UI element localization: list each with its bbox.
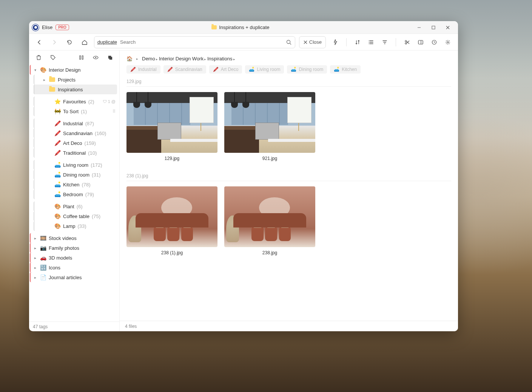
filter-tag-living-room[interactable]: 🛋️Living room <box>245 65 284 74</box>
list-view-button[interactable] <box>365 37 377 48</box>
filter-tag-industrial[interactable]: 🖍️Industrial <box>126 65 160 74</box>
sidebar-item-meta: 🛡1@ <box>103 99 116 104</box>
sidebar-item-count: (78) <box>82 182 90 188</box>
nav-back-button[interactable] <box>34 37 45 48</box>
sidebar-item-art-deco[interactable]: 🖍️Art Deco (159) <box>34 138 117 148</box>
panel-toggle-button[interactable] <box>415 37 426 48</box>
settings-button[interactable] <box>442 37 453 48</box>
thumbnail-item[interactable]: 238.jpg <box>224 186 315 255</box>
sidebar-tools <box>29 51 119 64</box>
tag-icon: 🛋️ <box>291 67 296 72</box>
refresh-button[interactable] <box>64 37 75 48</box>
sidebar-item-bedroom[interactable]: 🛋️Bedroom (79) <box>34 189 117 199</box>
stack-icon[interactable] <box>104 52 116 63</box>
thumbnail-caption: 238.jpg <box>224 250 315 255</box>
home-icon[interactable]: 🏠 <box>126 56 133 61</box>
sidebar-item-to-sort[interactable]: 🚧To Sort (1)⠿ <box>34 106 117 116</box>
history-button[interactable] <box>429 37 440 48</box>
group-header: 129.jpg <box>126 77 451 87</box>
folder-icon <box>49 77 56 82</box>
sidebar-item-projects[interactable]: ▸Projects <box>34 75 117 85</box>
sidebar-item-icons[interactable]: ▸🔣Icons <box>30 263 117 272</box>
tag-icon: 🖍️ <box>167 67 173 72</box>
filter-tags: 🖍️Industrial🖍️Scandinavian🖍️Art Deco🛋️Li… <box>120 64 458 77</box>
sidebar-item-inspirations[interactable]: Inspirations <box>34 85 117 94</box>
columns-icon[interactable] <box>76 52 87 63</box>
filter-tag-kitchen[interactable]: 🛋️Kitchen <box>330 65 361 74</box>
sidebar-item-count: (75) <box>92 214 100 219</box>
sidebar-item-journal-articles[interactable]: ▸📄Journal articles <box>30 272 117 282</box>
titlebar: Elise PRO Inspirations + duplicate <box>29 21 458 34</box>
emoji-icon: 🖍️ <box>54 140 61 146</box>
emoji-icon: 🛋️ <box>54 191 61 197</box>
maximize-button[interactable] <box>426 22 441 33</box>
emoji-icon: 🚧 <box>54 108 61 114</box>
breadcrumb-item[interactable]: Inspirations <box>207 56 232 61</box>
breadcrumb-item[interactable]: Demo <box>142 56 155 61</box>
trash-icon[interactable] <box>33 52 44 63</box>
username: Elise <box>42 25 52 30</box>
emoji-icon: 🖍️ <box>54 150 61 156</box>
filter-tag-dining-room[interactable]: 🛋️Dining room <box>287 65 327 74</box>
avatar-icon[interactable] <box>32 24 39 31</box>
sort-button[interactable] <box>352 37 363 48</box>
search-box[interactable]: duplicate <box>94 36 295 48</box>
content-area[interactable]: 129.jpg129.jpg921.jpg238 (1).jpg238 (1).… <box>120 77 458 321</box>
close-button[interactable] <box>441 22 455 33</box>
pro-badge[interactable]: PRO <box>56 25 69 30</box>
emoji-icon: 🎨 <box>54 223 61 229</box>
filter-button[interactable] <box>379 37 390 48</box>
thumbnail-item[interactable]: 921.jpg <box>224 92 315 161</box>
sidebar-item-label: Icons <box>49 265 60 271</box>
sidebar-item-count: (33) <box>78 223 86 229</box>
sidebar-item-traditional[interactable]: 🖍️Traditional (10) <box>34 148 117 158</box>
sidebar-item-living-room[interactable]: 🛋️Living room (172) <box>34 160 117 170</box>
svg-rect-18 <box>109 57 112 60</box>
minimize-button[interactable] <box>412 22 426 33</box>
sidebar-item-scandinavian[interactable]: 🖍️Scandinavian (160) <box>34 128 117 138</box>
sidebar-item-label: Stock videos <box>49 235 77 241</box>
breadcrumb-item[interactable]: Interior Design Work <box>159 56 204 61</box>
search-icon[interactable] <box>286 39 292 45</box>
tag-icon[interactable] <box>47 52 59 63</box>
home-button[interactable] <box>79 37 90 48</box>
group-header: 238 (1).jpg <box>126 172 451 181</box>
search-input[interactable] <box>120 39 283 45</box>
tag-icon: 🛋️ <box>249 67 254 72</box>
thumbnail-item[interactable]: 238 (1).jpg <box>126 186 217 255</box>
sidebar-item-coffee-table[interactable]: 🎨Coffee table (75) <box>34 211 117 221</box>
sidebar-item-kitchen[interactable]: 🛋️Kitchen (78) <box>34 180 117 189</box>
main-footer: 4 files <box>120 321 458 331</box>
sidebar-item-3d-models[interactable]: ▸🚗3D models <box>30 253 117 263</box>
sidebar-item-label: Traditional <box>63 150 86 156</box>
svg-rect-15 <box>82 55 83 59</box>
thumbnail-caption: 921.jpg <box>224 156 315 161</box>
app-window: Elise PRO Inspirations + duplicate dupli… <box>29 21 458 331</box>
sidebar-item-industrial[interactable]: 🖍️Industrial (87) <box>34 118 117 128</box>
sidebar-footer: 47 tags <box>29 321 119 331</box>
sidebar-item-lamp[interactable]: 🎨Lamp (33) <box>34 221 117 231</box>
eye-icon[interactable] <box>90 52 101 63</box>
sidebar-root[interactable]: ▾ 🎨 Interior Design <box>30 65 117 75</box>
nav-forward-button[interactable] <box>49 37 60 48</box>
search-active-term[interactable]: duplicate <box>97 39 117 45</box>
search-close-button[interactable]: Close <box>299 36 326 48</box>
sidebar-item-plant[interactable]: 🎨Plant (6) <box>34 201 117 211</box>
sidebar-item-stock-videos[interactable]: ▸🎞️Stock videos <box>30 233 117 243</box>
filter-tag-label: Industrial <box>138 67 157 72</box>
sidebar-root-label: Interior Design <box>49 67 81 73</box>
scissors-button[interactable] <box>401 37 413 48</box>
chevron-right-icon: ▸ <box>33 275 37 280</box>
sidebar-item-favourites[interactable]: ⭐Favourites (2)🛡1@ <box>34 97 117 106</box>
filter-tag-label: Art Deco <box>221 67 239 72</box>
emoji-icon: 🖍️ <box>54 120 61 126</box>
thumbnail-item[interactable]: 129.jpg <box>126 92 217 161</box>
sidebar-tree: ▾ 🎨 Interior Design ▸ProjectsInspiration… <box>29 64 119 321</box>
sidebar-item-dining-room[interactable]: 🛋️Dining room (31) <box>34 170 117 180</box>
thumbnail-caption: 129.jpg <box>126 156 217 161</box>
filter-tag-scandinavian[interactable]: 🖍️Scandinavian <box>163 65 206 74</box>
quick-action-button[interactable] <box>330 37 341 48</box>
emoji-icon: 🚗 <box>40 255 46 261</box>
filter-tag-art-deco[interactable]: 🖍️Art Deco <box>209 65 242 74</box>
sidebar-item-family-photos[interactable]: ▸📷Family photos <box>30 243 117 253</box>
